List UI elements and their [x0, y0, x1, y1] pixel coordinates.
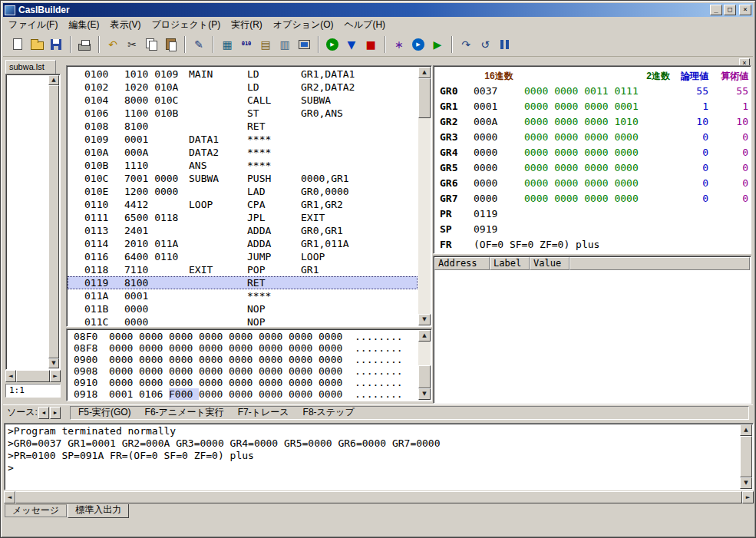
- scroll-up-icon[interactable]: ▲: [418, 330, 431, 342]
- console-scrollbar[interactable]: ▲ ▼: [740, 424, 752, 489]
- listing-line[interactable]: 01116500 0118JPLEXIT: [68, 211, 418, 224]
- watch-col-value[interactable]: Value: [530, 257, 569, 270]
- console-line: >: [8, 462, 738, 474]
- scroll-down-icon[interactable]: ▼: [418, 314, 431, 325]
- fn-key-f7[interactable]: F7-トレース: [238, 406, 289, 419]
- step-into-button[interactable]: ▼: [342, 35, 361, 54]
- run-button[interactable]: [323, 35, 342, 54]
- listing-line[interactable]: 011B0000NOP: [68, 302, 418, 315]
- memory-line[interactable]: 090800000000000000000000000000000000....…: [68, 365, 418, 377]
- console-hscrollbar[interactable]: ◄ ►: [4, 491, 754, 503]
- watch-col-address[interactable]: Address: [434, 257, 490, 270]
- animate-icon: ∗: [395, 39, 404, 50]
- listing-line[interactable]: 01132401ADDAGR0,GR1: [68, 224, 418, 237]
- maximize-button[interactable]: □: [724, 5, 736, 15]
- watch-col-label[interactable]: Label: [490, 257, 530, 270]
- listing-line[interactable]: 01142010 011AADDAGR1,011A: [68, 237, 418, 250]
- scroll-thumb[interactable]: [15, 491, 742, 503]
- stop-button[interactable]: ■: [361, 35, 380, 54]
- source-list-hscrollbar[interactable]: ◄ ►: [5, 370, 61, 382]
- next-source-button[interactable]: ►: [50, 407, 61, 419]
- copy-button[interactable]: [142, 35, 160, 54]
- memory-line[interactable]: 090000000000000000000000000000000000....…: [68, 354, 418, 365]
- scroll-right-icon[interactable]: ►: [50, 370, 61, 382]
- animate-button[interactable]: ∗: [390, 35, 408, 54]
- reset-button[interactable]: ↺: [476, 35, 494, 54]
- listing-line[interactable]: 010E1200 0000LADGR0,0000: [68, 185, 418, 198]
- open-file-button[interactable]: [28, 35, 46, 54]
- file-tab-subwa[interactable]: subwa.lst: [5, 60, 56, 74]
- watch-view-button[interactable]: ▤: [256, 35, 275, 54]
- close-button[interactable]: ×: [739, 5, 751, 15]
- listing-line[interactable]: 01048000 010CCALLSUBWA: [68, 94, 418, 107]
- step-over-button[interactable]: ↷: [457, 35, 475, 54]
- scroll-thumb[interactable]: [48, 85, 59, 358]
- memory-line[interactable]: 091800010106F00000000000000000000000....…: [68, 388, 418, 400]
- menu-item[interactable]: ファイル(F): [3, 17, 63, 33]
- registers-view-button[interactable]: ▦: [218, 35, 236, 54]
- menu-item[interactable]: 実行(R): [226, 17, 268, 33]
- minimize-button[interactable]: _: [710, 5, 722, 15]
- save-button[interactable]: [47, 35, 65, 54]
- go-button[interactable]: ▶: [428, 35, 447, 54]
- listing-line[interactable]: 01021020 010ALDGR2,DATA2: [68, 81, 418, 94]
- listing-line[interactable]: 010B1110ANS****: [68, 159, 418, 172]
- listing-line[interactable]: 01166400 0110JUMPLOOP: [68, 250, 418, 263]
- scroll-down-icon[interactable]: ▼: [740, 477, 752, 489]
- menu-item[interactable]: ヘルプ(H): [339, 17, 391, 33]
- console-view-button[interactable]: [295, 35, 313, 54]
- source-list-scrollbar[interactable]: ▲ ▼: [48, 75, 59, 368]
- memory-line[interactable]: 08F000000000000000000000000000000000....…: [68, 331, 418, 342]
- undo-button[interactable]: ↶: [104, 35, 122, 54]
- memory-view-button[interactable]: ▥: [276, 35, 294, 54]
- pause-button[interactable]: [495, 35, 513, 54]
- tab-stdio[interactable]: 標準入出力: [68, 504, 129, 518]
- paste-button[interactable]: [161, 35, 180, 54]
- menu-item[interactable]: 編集(E): [63, 17, 104, 33]
- prev-source-button[interactable]: ◄: [38, 407, 49, 419]
- source-list[interactable]: ▲ ▼: [5, 74, 61, 370]
- cut-button[interactable]: ✂: [123, 35, 141, 54]
- listing-line[interactable]: 01088100RET: [68, 120, 418, 133]
- listing-line[interactable]: 01061100 010BSTGR0,ANS: [68, 107, 418, 120]
- listing-line[interactable]: 010C7001 0000SUBWAPUSH0000,GR1: [68, 172, 418, 185]
- scroll-up-icon[interactable]: ▲: [48, 75, 59, 85]
- binary-view-button[interactable]: 010: [237, 35, 256, 54]
- scroll-thumb[interactable]: [418, 78, 431, 118]
- menu-item[interactable]: プロジェクト(P): [146, 17, 226, 33]
- memory-line[interactable]: 08F800000000000000000000000000000000....…: [68, 342, 418, 354]
- menu-item[interactable]: 表示(V): [104, 17, 146, 33]
- fn-key-f5[interactable]: F5-実行(GO): [78, 406, 131, 419]
- listing-line[interactable]: 01090001DATA1****: [68, 133, 418, 146]
- fn-key-f8[interactable]: F8-ステップ: [303, 406, 355, 419]
- listing-line[interactable]: 01104412LOOPCPAGR1,GR2: [68, 198, 418, 211]
- listing-line[interactable]: 011A0001****: [68, 289, 418, 302]
- scroll-thumb[interactable]: [418, 365, 431, 388]
- listing-line[interactable]: 01001010 0109MAINLDGR1,DATA1: [68, 68, 418, 81]
- listing-line[interactable]: 011C0000NOP: [68, 315, 418, 325]
- menu-item[interactable]: オプション(O): [268, 17, 339, 33]
- scroll-thumb[interactable]: [16, 370, 50, 382]
- scroll-left-icon[interactable]: ◄: [4, 491, 15, 503]
- listing-scrollbar[interactable]: ▲ ▼: [418, 67, 431, 325]
- scroll-up-icon[interactable]: ▲: [418, 67, 431, 78]
- listing-line[interactable]: 01187110EXITPOPGR1: [68, 263, 418, 276]
- scroll-thumb[interactable]: [740, 436, 752, 477]
- new-document-button[interactable]: [8, 35, 27, 54]
- scroll-up-icon[interactable]: ▲: [740, 424, 752, 436]
- memory-scrollbar[interactable]: ▲ ▼: [418, 330, 431, 400]
- fn-key-f6[interactable]: F6-アニメート実行: [145, 406, 224, 419]
- title-bar[interactable]: CaslBuilder _ □ ×: [3, 3, 753, 17]
- scroll-left-icon[interactable]: ◄: [5, 370, 16, 382]
- tab-messages[interactable]: メッセージ: [5, 504, 67, 517]
- scroll-right-icon[interactable]: ►: [742, 491, 754, 503]
- print-button[interactable]: [75, 35, 94, 54]
- scroll-down-icon[interactable]: ▼: [48, 358, 59, 368]
- listing-line[interactable]: 01198100RET: [68, 276, 418, 289]
- memory-line[interactable]: 091000000000000000000000000000000000....…: [68, 377, 418, 388]
- scroll-down-icon[interactable]: ▼: [418, 388, 431, 400]
- assemble-button[interactable]: ✎: [190, 35, 208, 54]
- continue-button[interactable]: [409, 35, 428, 54]
- listing-line[interactable]: 010A000ADATA2****: [68, 146, 418, 159]
- console-pane[interactable]: >Program terminated normally>GR0=0037 GR…: [4, 423, 754, 490]
